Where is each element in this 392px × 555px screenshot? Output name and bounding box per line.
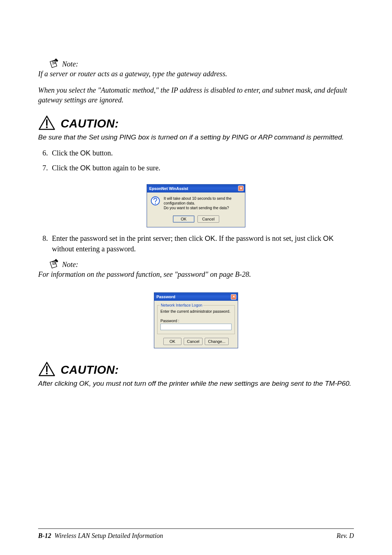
- note-label: Note:: [62, 60, 78, 68]
- note-block-1: Note: If a server or router acts as a ga…: [38, 58, 354, 105]
- ok-button[interactable]: OK: [173, 215, 195, 223]
- note-body-2: For information on the password function…: [38, 270, 354, 279]
- password-input[interactable]: [160, 324, 232, 330]
- note-icon: [49, 259, 59, 269]
- note-body-line2: When you select the "Automatic method," …: [38, 85, 354, 105]
- caution-body-2: After clicking OK, you must not turn off…: [38, 379, 354, 388]
- note-body-line1: If a server or router acts as a gateway,…: [38, 69, 354, 79]
- dialog-password: Password ✕ Network Interface Logon Enter…: [154, 292, 238, 348]
- footer-title: Wireless LAN Setup Detailed Information: [54, 532, 163, 539]
- close-icon[interactable]: ✕: [231, 294, 236, 300]
- caution-heading-2: CAUTION:: [38, 361, 354, 377]
- warning-triangle-icon: [38, 361, 56, 377]
- svg-point-15: [46, 373, 48, 374]
- step-list: Click the OK button. Click the OK button…: [38, 148, 354, 173]
- svg-point-6: [46, 126, 48, 128]
- caution-label: CAUTION:: [61, 363, 119, 377]
- dialog-epsonnet-winassist: EpsonNet WinAssist ✕ It will take about …: [147, 184, 245, 227]
- page-number: B-12: [38, 532, 51, 539]
- logon-fieldset: Network Interface Logon Enter the curren…: [157, 305, 235, 334]
- svg-point-8: [155, 203, 156, 204]
- svg-line-3: [53, 63, 56, 64]
- ok-button[interactable]: OK: [163, 338, 181, 345]
- footer-rule: [38, 528, 354, 529]
- step-list-2: Enter the password set in the print serv…: [38, 233, 354, 254]
- caution-body-1: Be sure that the Set using PING box is t…: [38, 133, 354, 142]
- caution-label: CAUTION:: [61, 117, 119, 130]
- note-label: Note:: [62, 260, 78, 269]
- question-icon: [151, 196, 160, 206]
- dialog-title: Password: [156, 295, 175, 299]
- svg-line-11: [52, 263, 56, 264]
- cancel-button[interactable]: Cancel: [184, 338, 203, 345]
- revision-label: Rev. D: [336, 532, 354, 540]
- dialog-message: It will take about 10 seconds to send th…: [164, 196, 241, 210]
- svg-line-2: [52, 62, 56, 63]
- svg-line-12: [53, 264, 56, 265]
- footer-left: B-12 Wireless LAN Setup Detailed Informa…: [38, 532, 163, 540]
- step-6: Click the OK button.: [50, 148, 354, 158]
- warning-triangle-icon: [38, 115, 56, 130]
- dialog-titlebar: EpsonNet WinAssist ✕: [147, 185, 245, 193]
- dialog-titlebar: Password ✕: [154, 293, 238, 301]
- note-block-2: Note: For information on the password fu…: [38, 259, 354, 279]
- note-icon: [49, 58, 59, 68]
- close-icon[interactable]: ✕: [238, 186, 244, 191]
- password-label: Password :: [160, 319, 232, 323]
- password-prompt: Enter the current administrator password…: [160, 309, 232, 313]
- step-7: Click the OK button again to be sure.: [50, 163, 354, 173]
- fieldset-legend: Network Interface Logon: [160, 303, 203, 307]
- change-button[interactable]: Change...: [205, 338, 229, 345]
- cancel-button[interactable]: Cancel: [197, 215, 219, 223]
- step-8: Enter the password set in the print serv…: [50, 233, 354, 254]
- dialog-title: EpsonNet WinAssist: [149, 186, 188, 191]
- caution-heading-1: CAUTION:: [38, 115, 354, 130]
- page-footer: B-12 Wireless LAN Setup Detailed Informa…: [38, 532, 354, 540]
